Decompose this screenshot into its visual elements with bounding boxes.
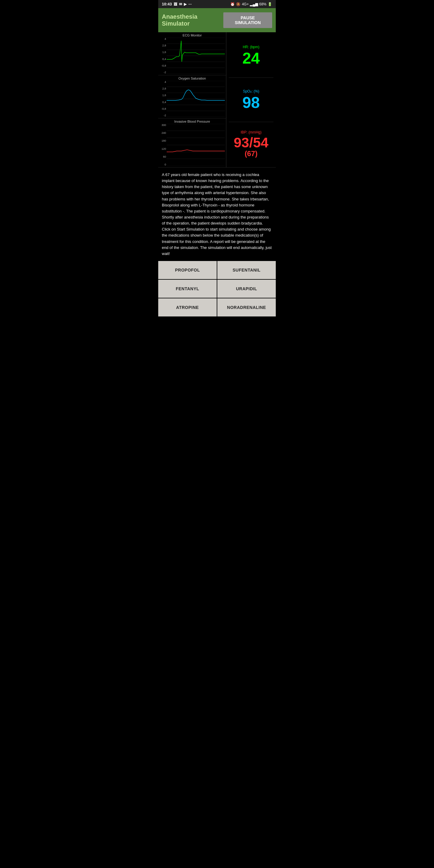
more-icon: ··· — [188, 2, 192, 6]
spo2-label: SpO₂: (%) — [243, 89, 259, 93]
network-icon: 4G+ — [242, 2, 249, 6]
ecg-y-16: 1,6 — [159, 51, 166, 54]
medication-grid: PROPOFOLSUFENTANILFENTANYLURAPIDILATROPI… — [158, 261, 276, 322]
status-right: ⏰ 🔕 4G+ ▂▄▆ 68% 🔋 — [230, 2, 272, 6]
spo2-y-28: 2,8 — [159, 87, 166, 90]
signal-bars: ▂▄▆ — [250, 2, 258, 6]
med-button-propofol[interactable]: PROPOFOL — [158, 261, 217, 279]
ecg-y-n08: -0,8 — [159, 64, 166, 67]
mute-icon: 🔕 — [236, 2, 241, 6]
spo2-y-04: 0,4 — [159, 101, 166, 104]
ibp-y-180: 180 — [159, 140, 166, 142]
mail-icon: ✉ — [179, 2, 182, 6]
ecg-y-04: 0,4 — [159, 58, 166, 61]
spo2-y-16: 1,6 — [159, 94, 166, 97]
monitor-section: ECG Monitor 4 2,8 1,6 0,4 -0,8 -2 — [158, 32, 276, 167]
spo2-y-labels: 4 2,8 1,6 0,4 -0,8 -2 — [158, 81, 167, 117]
ecg-y-28: 2,8 — [159, 44, 166, 47]
med-button-atropine[interactable]: ATROPINE — [158, 299, 217, 316]
time: 10:43 — [162, 2, 172, 6]
photo-icon: 🖼 — [174, 2, 177, 6]
spo2-chart-svg-wrap — [167, 81, 225, 117]
alarm-icon: ⏰ — [230, 2, 235, 6]
hr-block: HR: (bpm) 24 — [229, 33, 273, 78]
ecg-y-labels: 4 2,8 1,6 0,4 -0,8 -2 — [158, 38, 167, 74]
ibp-y-120: 120 — [159, 148, 166, 150]
battery-icon: 🔋 — [268, 2, 272, 6]
play-icon: ▶ — [184, 2, 187, 6]
status-left: 10:43 🖼 ✉ ▶ ··· — [162, 2, 192, 6]
spo2-svg — [167, 81, 225, 117]
app-header: Anaesthesia Simulator PAUSE SIMULATION — [158, 8, 276, 32]
spo2-chart-title: Oxygen Saturation — [158, 76, 226, 80]
pause-simulation-button[interactable]: PAUSE SIMULATION — [223, 12, 272, 28]
hr-label: HR: (bpm) — [243, 45, 259, 49]
ecg-chart-area: 4 2,8 1,6 0,4 -0,8 -2 — [158, 38, 226, 74]
ibp-chart-title: Invasive Blood Pressure — [158, 120, 226, 123]
spo2-chart-block: Oxygen Saturation 4 2,8 1,6 0,4 -0,8 -2 — [158, 75, 226, 119]
ibp-y-240: 240 — [159, 132, 166, 134]
ibp-sub: (67) — [245, 150, 258, 158]
ibp-y-60: 60 — [159, 156, 166, 158]
spo2-y-4: 4 — [159, 81, 166, 84]
ecg-chart-svg-wrap — [167, 38, 225, 74]
med-button-sufentanil[interactable]: SUFENTANIL — [217, 261, 276, 279]
spo2-y-n2: -2 — [159, 114, 166, 117]
ibp-y-labels: 300 240 180 120 60 0 — [158, 124, 167, 166]
status-bar: 10:43 🖼 ✉ ▶ ··· ⏰ 🔕 4G+ ▂▄▆ 68% 🔋 — [158, 0, 276, 8]
spo2-value: 98 — [242, 95, 260, 110]
hr-value: 24 — [242, 50, 260, 66]
ibp-y-0: 0 — [159, 163, 166, 166]
description-text: A 67 years old female patient who is rec… — [162, 172, 272, 257]
patient-description: A 67 years old female patient who is rec… — [158, 167, 276, 261]
ecg-chart-block: ECG Monitor 4 2,8 1,6 0,4 -0,8 -2 — [158, 32, 226, 75]
ibp-svg — [167, 124, 225, 166]
battery: 68% — [259, 2, 267, 6]
ibp-chart-block: Invasive Blood Pressure 300 240 180 120 … — [158, 119, 226, 167]
ecg-chart-title: ECG Monitor — [158, 33, 226, 37]
ibp-chart-svg-wrap — [167, 124, 225, 166]
med-button-fentanyl[interactable]: FENTANYL — [158, 280, 217, 298]
ibp-label: IBP: (mmHg) — [241, 130, 261, 134]
med-button-noradrenaline[interactable]: NORADRENALINE — [217, 299, 276, 316]
spo2-block: SpO₂: (%) 98 — [229, 78, 273, 122]
ecg-y-4: 4 — [159, 38, 166, 40]
vitals-column: HR: (bpm) 24 SpO₂: (%) 98 IBP: (mmHg) 93… — [226, 32, 276, 167]
ibp-chart-area: 300 240 180 120 60 0 — [158, 124, 226, 166]
ecg-y-n2: -2 — [159, 71, 166, 74]
spo2-chart-area: 4 2,8 1,6 0,4 -0,8 -2 — [158, 81, 226, 117]
med-button-urapidil[interactable]: URAPIDIL — [217, 280, 276, 298]
ibp-block: IBP: (mmHg) 93/54 (67) — [229, 122, 273, 166]
charts-column: ECG Monitor 4 2,8 1,6 0,4 -0,8 -2 — [158, 32, 226, 167]
ibp-y-300: 300 — [159, 124, 166, 127]
ibp-value: 93/54 — [234, 135, 269, 150]
spo2-y-n08: -0,8 — [159, 107, 166, 110]
ecg-svg — [167, 38, 225, 74]
app-title: Anaesthesia Simulator — [162, 13, 223, 27]
